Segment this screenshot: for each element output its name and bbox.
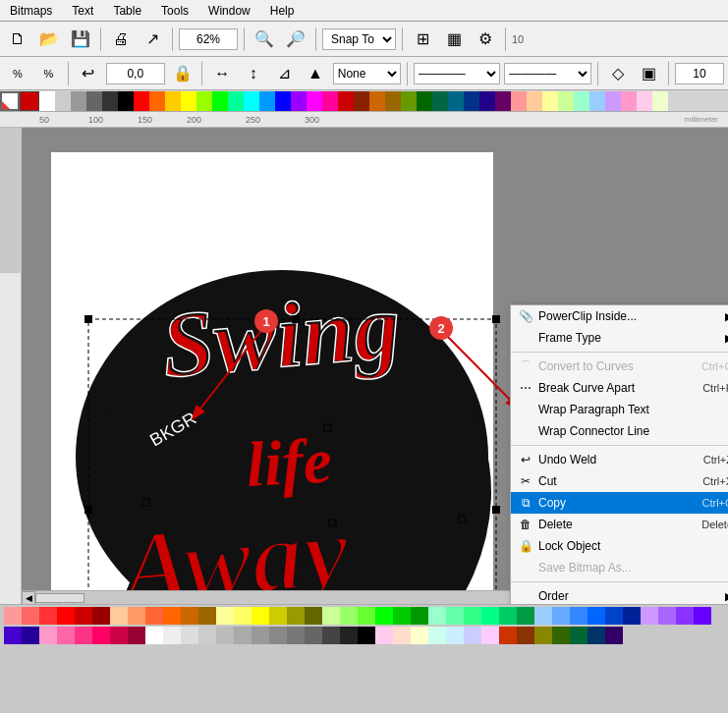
bottom-swatch[interactable] <box>92 607 110 625</box>
bottom-swatch[interactable] <box>234 627 252 644</box>
ctx-undo-weld[interactable]: ↩ Undo Weld Ctrl+Z <box>511 449 728 470</box>
ctx-save-bitmap[interactable]: Save Bitmap As... <box>511 557 728 578</box>
bottom-swatch[interactable] <box>375 607 393 625</box>
bottom-swatch[interactable] <box>641 607 658 625</box>
palette-swatch[interactable] <box>401 91 417 111</box>
bottom-swatch[interactable] <box>393 627 411 644</box>
print-btn[interactable]: 🖨 <box>107 26 135 53</box>
palette-swatch[interactable] <box>417 91 432 111</box>
palette-swatch[interactable] <box>165 91 181 111</box>
save-btn[interactable]: 💾 <box>67 26 94 53</box>
palette-swatch[interactable] <box>39 91 55 111</box>
view-btn[interactable]: ⊞ <box>409 26 436 53</box>
palette-swatch[interactable] <box>605 91 621 111</box>
palette-swatch[interactable] <box>228 91 244 111</box>
node-btn[interactable]: ▣ <box>635 60 662 87</box>
bottom-swatch[interactable] <box>340 627 358 644</box>
bottom-swatch[interactable] <box>305 627 322 644</box>
bottom-swatch[interactable] <box>340 607 358 625</box>
palette-swatch[interactable] <box>134 91 149 111</box>
palette-swatch[interactable] <box>259 91 275 111</box>
percent-btn[interactable]: % <box>4 60 31 87</box>
bottom-swatch[interactable] <box>181 607 198 625</box>
zoom-input[interactable] <box>179 28 238 50</box>
bottom-swatch[interactable] <box>358 627 375 644</box>
bottom-swatch[interactable] <box>534 627 552 644</box>
bottom-swatch[interactable] <box>22 627 39 644</box>
bottom-swatch[interactable] <box>145 607 163 625</box>
palette-swatch[interactable] <box>322 91 338 111</box>
bottom-swatch[interactable] <box>287 607 305 625</box>
bottom-swatch[interactable] <box>287 627 305 644</box>
bottom-swatch[interactable] <box>110 627 128 644</box>
menu-tools[interactable]: Tools <box>155 2 195 20</box>
bottom-swatch[interactable] <box>4 627 22 644</box>
bottom-swatch[interactable] <box>181 627 198 644</box>
ctx-frame-type[interactable]: Frame Type ▶ <box>511 327 728 349</box>
flip-v-btn[interactable]: ↕ <box>240 60 267 87</box>
bottom-swatch[interactable] <box>4 607 22 625</box>
palette-swatch[interactable] <box>181 91 196 111</box>
bottom-swatch[interactable] <box>499 627 517 644</box>
bottom-swatch[interactable] <box>163 607 181 625</box>
bottom-swatch[interactable] <box>110 607 128 625</box>
bottom-swatch[interactable] <box>588 607 605 625</box>
bottom-swatch[interactable] <box>446 627 464 644</box>
palette-swatch[interactable] <box>432 91 448 111</box>
bottom-swatch[interactable] <box>534 607 552 625</box>
scroll-thumb[interactable] <box>35 593 84 603</box>
ctx-powerclip[interactable]: 📎 PowerClip Inside... ▶ <box>511 305 728 327</box>
palette-swatch[interactable] <box>369 91 385 111</box>
bottom-swatch[interactable] <box>446 607 464 625</box>
bottom-swatch[interactable] <box>39 627 57 644</box>
none-select[interactable]: None <box>333 63 401 84</box>
palette-swatch[interactable] <box>275 91 291 111</box>
export-btn[interactable]: ↗ <box>139 26 166 53</box>
bottom-swatch[interactable] <box>570 607 588 625</box>
bottom-swatch[interactable] <box>605 607 623 625</box>
bottom-swatch[interactable] <box>75 627 92 644</box>
palette-swatch[interactable] <box>71 91 86 111</box>
bottom-swatch[interactable] <box>658 607 676 625</box>
bottom-swatch[interactable] <box>322 627 340 644</box>
dash2-select[interactable]: ———— <box>504 63 591 84</box>
corner-btn[interactable]: ◇ <box>604 60 632 87</box>
bottom-swatch[interactable] <box>216 607 234 625</box>
new-btn[interactable]: 🗋 <box>4 26 31 53</box>
bottom-swatch[interactable] <box>322 607 340 625</box>
bottom-swatch[interactable] <box>393 607 411 625</box>
palette-swatch[interactable] <box>196 91 212 111</box>
bottom-swatch[interactable] <box>269 607 287 625</box>
zoom-in-btn[interactable]: 🔍 <box>251 26 278 53</box>
bottom-swatch[interactable] <box>481 627 499 644</box>
bottom-swatch[interactable] <box>499 607 517 625</box>
ctx-order[interactable]: Order ▶ <box>511 585 728 604</box>
bottom-swatch[interactable] <box>216 627 234 644</box>
bottom-swatch[interactable] <box>552 607 570 625</box>
palette-swatch[interactable] <box>338 91 354 111</box>
bottom-swatch[interactable] <box>92 627 110 644</box>
open-btn[interactable]: 📂 <box>35 26 63 53</box>
width-input[interactable] <box>675 63 724 84</box>
bottom-swatch[interactable] <box>57 627 75 644</box>
layout-btn[interactable]: ▦ <box>440 26 468 53</box>
bottom-swatch[interactable] <box>570 627 588 644</box>
palette-swatch[interactable] <box>574 91 589 111</box>
bottom-swatch[interactable] <box>305 607 322 625</box>
bottom-swatch[interactable] <box>252 607 269 625</box>
bottom-swatch[interactable] <box>694 607 711 625</box>
ctx-copy[interactable]: ⧉ Copy Ctrl+C <box>511 492 728 514</box>
menu-bitmaps[interactable]: Bitmaps <box>4 2 58 20</box>
palette-swatch[interactable] <box>118 91 134 111</box>
palette-swatch[interactable] <box>621 91 637 111</box>
palette-swatch[interactable] <box>542 91 558 111</box>
menu-table[interactable]: Table <box>107 2 147 20</box>
ctx-cut[interactable]: ✂ Cut Ctrl+X <box>511 470 728 492</box>
bottom-swatch[interactable] <box>75 607 92 625</box>
fill-btn[interactable]: ▲ <box>302 60 329 87</box>
bottom-swatch[interactable] <box>552 627 570 644</box>
bottom-swatch[interactable] <box>128 607 145 625</box>
bottom-swatch[interactable] <box>411 607 428 625</box>
bottom-swatch[interactable] <box>411 627 428 644</box>
bottom-swatch[interactable] <box>464 607 481 625</box>
